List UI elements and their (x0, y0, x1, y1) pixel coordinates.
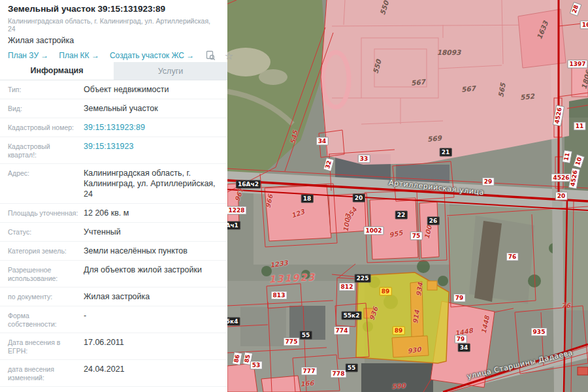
field-label: Разрешенное использование: (8, 265, 78, 283)
parcel-address-subtitle: Калининградская область, г. Калининград,… (8, 17, 220, 33)
field-row: Статус:Учтенный (0, 222, 227, 241)
field-value: Калининградская область, г. Калининград,… (84, 168, 220, 199)
parcel-usage-text: Жилая застройка (8, 36, 220, 46)
field-label: Дата внесения в ЕГРН: (8, 337, 78, 355)
field-row: дата внесения изменений:24.04.2021 (0, 359, 227, 386)
field-label: Тип: (8, 84, 78, 95)
field-value: 17.06.2011 (84, 337, 124, 355)
field-value: Для объектов жилой застройки (84, 265, 202, 283)
field-label: Форма собственности: (8, 310, 78, 329)
field-row: Разрешенное использование:Для объектов ж… (0, 260, 227, 287)
field-row: Категория земель:Земли населённых пункто… (0, 241, 227, 260)
field-label: по документу: (8, 291, 78, 302)
panel-tabs: Информация Услуги (0, 62, 227, 80)
tab-information[interactable]: Информация (0, 62, 114, 80)
field-row: Тип:Объект недвижимости (0, 80, 227, 99)
map-canvas[interactable] (227, 0, 588, 392)
field-label: Статус: (8, 227, 78, 237)
field-label: Адрес: (8, 168, 78, 199)
field-value-link[interactable]: 39:15:131923 (84, 141, 133, 159)
field-value: 12 206 кв. м (84, 208, 129, 218)
field-label: Площадь уточненная: (8, 208, 78, 218)
pink-zone-overlay (321, 0, 588, 165)
cadastral-app-window: Земельный участок 39:15:131923:89 Калини… (0, 0, 588, 392)
cadastral-map[interactable]: 5505501809356756755256956516331806545967… (227, 0, 588, 392)
field-value-link[interactable]: 39:15:131923:89 (84, 122, 145, 133)
field-label: Вид: (8, 103, 78, 114)
field-label: дата внесения изменений: (8, 364, 78, 382)
favorite-star-icon[interactable]: ☆ (223, 50, 235, 61)
field-row: Кадастровый номер:39:15:131923:89 (0, 118, 227, 137)
parcel-info-panel: Земельный участок 39:15:131923:89 Калини… (0, 0, 227, 392)
field-row: Кадастровая стоимость:49 973 805,2 руб. (0, 386, 227, 392)
field-row: Адрес:Калининградская область, г. Калини… (0, 163, 227, 203)
selected-parcel-highlight[interactable] (356, 272, 449, 363)
field-value: Земли населённых пунктов (84, 246, 188, 256)
field-label: Кадастровый квартал!: (8, 141, 78, 159)
field-row: по документу:Жилая застройка (0, 287, 227, 306)
tab-services[interactable]: Услуги (114, 62, 227, 80)
field-value: Земельный участок (84, 103, 158, 114)
field-value: - (84, 310, 86, 329)
field-label: Кадастровый номер: (8, 122, 78, 133)
plan-kk-link[interactable]: План КК → (59, 51, 99, 60)
header-icons: ☆ (204, 50, 235, 61)
field-value: Объект недвижимости (84, 84, 169, 95)
field-row: Форма собственности:- (0, 306, 227, 333)
field-row: Дата внесения в ЕГРН:17.06.2011 (0, 333, 227, 359)
field-row: Вид:Земельный участок (0, 99, 227, 118)
page-title: Земельный участок 39:15:131923:89 (8, 4, 220, 14)
field-value: Жилая застройка (84, 291, 150, 302)
document-preview-icon[interactable] (204, 50, 216, 61)
field-value: Учтенный (84, 227, 121, 237)
create-parcel-link[interactable]: Создать участок ЖС → (110, 51, 194, 60)
plan-zu-link[interactable]: План ЗУ → (8, 51, 48, 60)
panel-header: Земельный участок 39:15:131923:89 Калини… (0, 0, 227, 62)
field-label: Категория земель: (8, 246, 78, 256)
field-value: 24.04.2021 (84, 364, 125, 382)
action-links-row: План ЗУ → План КК → Создать участок ЖС →… (8, 49, 220, 62)
field-row: Кадастровый квартал!:39:15:131923 (0, 137, 227, 163)
parcel-attributes-list: Тип:Объект недвижимостиВид:Земельный уча… (0, 80, 227, 392)
field-row: Площадь уточненная:12 206 кв. м (0, 203, 227, 222)
